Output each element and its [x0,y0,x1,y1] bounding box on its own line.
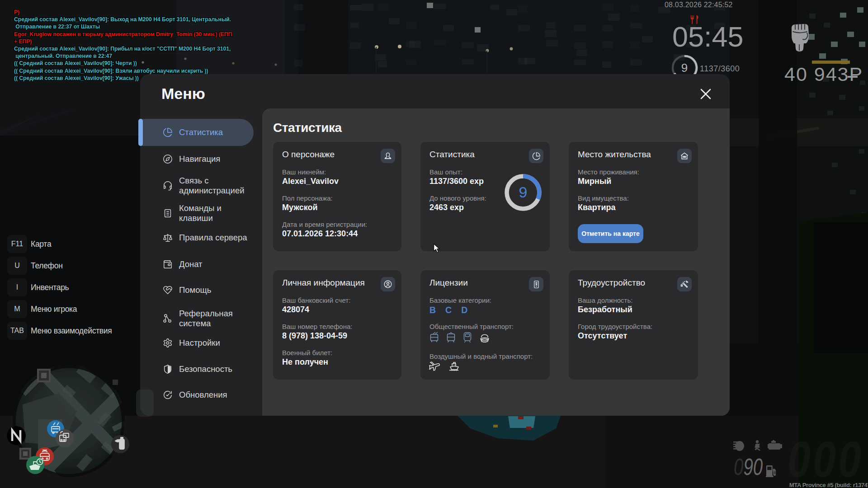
svg-text:9: 9 [681,61,688,75]
svg-text:9: 9 [519,183,528,201]
